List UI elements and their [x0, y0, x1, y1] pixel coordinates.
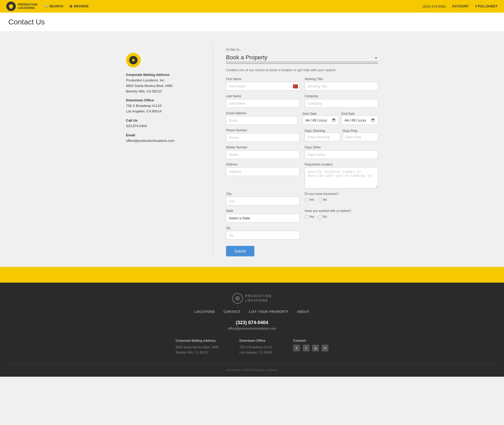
- intent-underline: [226, 63, 378, 64]
- form-row-2: Last Name Company: [226, 94, 378, 108]
- footer-corporate-addr1: 9663 Santa Monica Blvd. #490: [176, 345, 218, 350]
- last-name-label: Last Name: [226, 94, 300, 98]
- last-name-group: Last Name: [226, 94, 300, 108]
- working-title-group: Working Title: [305, 77, 378, 91]
- days-prep-input[interactable]: [343, 133, 378, 141]
- address-label: Address: [226, 163, 300, 166]
- form-row-9: Zip: [226, 226, 378, 240]
- sidebar-logo-inner: [129, 56, 138, 64]
- working-title-label: Working Title: [305, 77, 378, 81]
- phone-input[interactable]: [226, 133, 300, 142]
- requested-location-input[interactable]: [305, 167, 378, 188]
- mobile-group: Mobile Number: [226, 146, 300, 159]
- footer-corporate-col: Corporate Mailing Address 9663 Santa Mon…: [176, 339, 218, 355]
- account-button[interactable]: ACCOUNT: [452, 4, 469, 8]
- requested-location-label: Requested Location: [305, 163, 378, 166]
- linkedin-icon[interactable]: in: [322, 345, 328, 351]
- form-area: I'd like to... Book a Property List a Pr…: [226, 42, 378, 256]
- footer-nav-list[interactable]: LIST YOUR PROPERTY: [249, 310, 288, 314]
- intent-dropdown[interactable]: Book a Property List a Property General …: [226, 53, 378, 62]
- form-subtitle: I'd like to...: [226, 48, 378, 51]
- worked-no-radio[interactable]: [318, 215, 322, 219]
- sidebar-logo: [126, 53, 141, 68]
- form-row-4: Phone Number Days Shooting Days Prep: [226, 128, 378, 142]
- zip-input[interactable]: [226, 231, 300, 240]
- address-input[interactable]: [226, 167, 300, 176]
- last-name-input[interactable]: [226, 99, 300, 108]
- first-name-input[interactable]: [226, 82, 300, 91]
- call-phone: 323.874.0404: [126, 123, 200, 129]
- days-strike-input[interactable]: [305, 150, 378, 159]
- nav-browse[interactable]: ⊞ BROWSE: [70, 4, 89, 8]
- insurance-yes-radio[interactable]: [305, 198, 308, 201]
- company-group: Company: [305, 94, 378, 108]
- header-right: (323) 874-0404 ACCOUNT ▾ PULLSHEET: [422, 4, 498, 8]
- days-prep-group: Days Prep: [343, 128, 378, 141]
- main-content: Corporate Mailing Address Production Loc…: [0, 32, 504, 267]
- footer-nav-locations[interactable]: LOCATIONS: [195, 310, 215, 314]
- pullsheet-button[interactable]: ▾ PULLSHEET: [475, 4, 498, 8]
- working-title-input[interactable]: [305, 82, 378, 91]
- insurance-radio-group: Yes No: [305, 198, 378, 203]
- twitter-icon[interactable]: t: [303, 345, 309, 351]
- submit-button[interactable]: Submit: [226, 246, 254, 256]
- footer-phone[interactable]: (323) 874-0404: [5, 320, 499, 325]
- start-date-group: Start Date: [302, 111, 339, 125]
- footer-logo[interactable]: PRODUCTION LOCATIONS: [232, 293, 272, 304]
- worked-yes-radio[interactable]: [305, 215, 308, 219]
- company-input[interactable]: [305, 99, 378, 108]
- start-date-input[interactable]: [302, 116, 339, 125]
- footer-email[interactable]: office@productionlocations.com: [5, 326, 499, 330]
- header: PRODUCTION LOCATIONS 🔍 SEARCH ⊞ BROWSE (…: [0, 0, 504, 13]
- header-phone: (323) 874-0404: [422, 4, 446, 8]
- end-date-input[interactable]: [342, 116, 378, 125]
- intent-dropdown-wrapper: Book a Property List a Property General …: [226, 53, 378, 62]
- form-row-1: First Name ··· Working Title: [226, 77, 378, 91]
- worked-before-label: Have you worked with us before?: [305, 209, 378, 213]
- logo[interactable]: PRODUCTION LOCATIONS: [6, 2, 37, 11]
- facebook-icon[interactable]: f: [293, 345, 300, 351]
- content-wrapper: Corporate Mailing Address Production Loc…: [121, 42, 383, 256]
- footer-downtown-addr2: Los Angeles, CA 90014: [239, 350, 272, 355]
- city-input[interactable]: [226, 197, 300, 205]
- footer-bottom: Corporate Mailing Address 9663 Santa Mon…: [5, 339, 499, 355]
- instagram-icon[interactable]: ig: [312, 345, 319, 351]
- requested-location-group: Requested Location: [305, 163, 378, 188]
- worked-yes-label[interactable]: Yes: [305, 215, 314, 219]
- insurance-no-label[interactable]: No: [318, 198, 327, 201]
- city-label: City: [226, 192, 300, 196]
- footer-nav-contact[interactable]: CONTACT: [224, 310, 241, 314]
- footer-corporate-addr2: Beverly Hills, CA 90210: [176, 350, 218, 355]
- insurance-no-radio[interactable]: [318, 198, 322, 201]
- downtown-addr1: 756 S Broadway #1110: [126, 103, 200, 109]
- corporate-address-title: Corporate Mailing Address: [126, 73, 200, 77]
- form-row-8: State Select a State California New York…: [226, 209, 378, 222]
- footer-downtown-title: Downtown Office: [239, 339, 272, 343]
- insurance-yes-label[interactable]: Yes: [305, 198, 314, 201]
- form-row-6: Address Requested Location: [226, 163, 378, 188]
- state-select[interactable]: Select a State California New York Texas: [226, 214, 300, 222]
- start-date-label: Start Date: [302, 112, 317, 116]
- company-label: Company: [305, 94, 378, 98]
- form-description: Contact one of our scouts to book a loca…: [226, 68, 378, 72]
- nav-search[interactable]: 🔍 SEARCH: [44, 4, 63, 8]
- footer-nav-about[interactable]: ABOUT: [297, 310, 310, 314]
- call-us-title: Call Us: [126, 118, 200, 122]
- footer-logo-icon: [232, 293, 243, 304]
- worked-no-label[interactable]: No: [318, 215, 327, 219]
- page-title: Contact Us: [8, 18, 496, 26]
- end-date-group: End Date: [342, 111, 378, 125]
- email-input[interactable]: [226, 116, 297, 125]
- yellow-band: [0, 267, 504, 283]
- corporate-name: Production Locations, Inc: [126, 78, 200, 83]
- state-group: State Select a State California New York…: [226, 209, 300, 222]
- footer-copyright: All content © 2023 Production Locations: [5, 364, 499, 371]
- email-label: Email Address: [226, 111, 297, 115]
- mobile-label: Mobile Number: [226, 146, 300, 149]
- footer-corporate-title: Corporate Mailing Address: [176, 339, 218, 343]
- days-shooting-input[interactable]: [305, 133, 340, 141]
- downtown-office-title: Downtown Office: [126, 98, 200, 102]
- mobile-input[interactable]: [226, 150, 300, 159]
- days-prep-label: Days Prep: [343, 129, 357, 133]
- logo-text: PRODUCTION LOCATIONS: [18, 3, 37, 10]
